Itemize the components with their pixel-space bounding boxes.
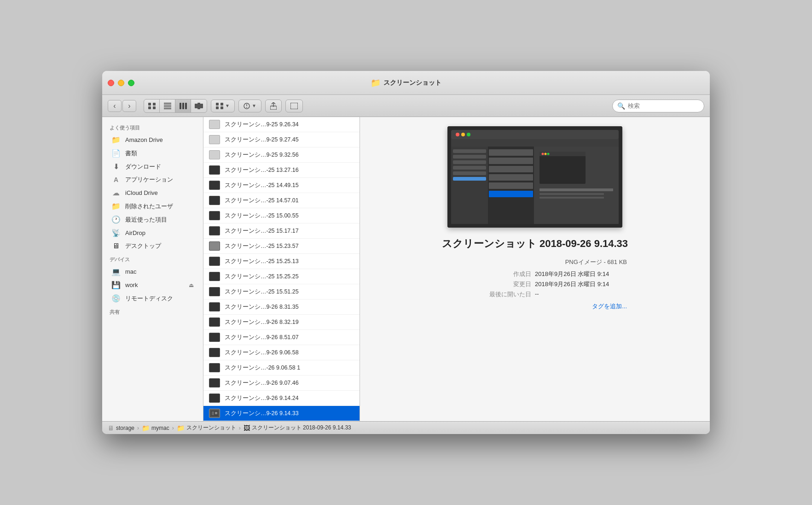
sidebar-item-mac[interactable]: 💻 mac — [104, 265, 201, 278]
file-item[interactable]: スクリーンシ…9-26 9.14.24 — [203, 391, 360, 406]
preview-panel: スクリーンショット 2018-09-26 9.14.33 PNGイメージ - 6… — [360, 117, 710, 421]
file-item[interactable]: スクリーンシ…9-26 8.31.35 — [203, 299, 360, 315]
file-thumbnail — [209, 196, 220, 205]
forward-button[interactable]: › — [122, 100, 136, 112]
minimize-button[interactable] — [118, 80, 124, 86]
breadcrumb-mymac-label: mymac — [151, 425, 169, 431]
sidebar-item-deleted[interactable]: 📁 削除されたユーザ — [104, 200, 201, 213]
file-item-selected[interactable]: スクリーンシ…9-26 9.14.33 — [203, 406, 360, 421]
view-mode-buttons — [144, 99, 207, 113]
sidebar: よく使う項目 📁 Amazon Drive 📄 書類 ⬇ ダウンロード A アプ… — [102, 117, 203, 421]
eject-button[interactable]: ⏏ — [189, 282, 194, 288]
preview-image — [447, 126, 622, 228]
add-tag-button[interactable]: タグを追加... — [443, 302, 627, 311]
tag-button[interactable] — [285, 100, 303, 112]
svg-rect-13 — [200, 104, 203, 108]
file-thumbnail — [209, 211, 220, 220]
search-input[interactable] — [628, 102, 699, 109]
file-item[interactable]: スクリーンシ…9-25 9.27.45 — [203, 132, 360, 147]
sidebar-item-applications[interactable]: A アプリケーション — [104, 173, 201, 186]
sidebar-item-downloads[interactable]: ⬇ ダウンロード — [104, 160, 201, 173]
sidebar-item-recent-label: 最近使った項目 — [125, 216, 167, 224]
file-item[interactable]: スクリーンシ…-25 14.49.15 — [203, 178, 360, 193]
file-item[interactable]: スクリーンシ…-25 13.27.16 — [203, 163, 360, 178]
file-item[interactable]: スクリーンシ…9-25 9.26.34 — [203, 117, 360, 132]
svg-rect-35 — [453, 155, 486, 159]
file-item[interactable]: スクリーンシ…9-26 9.06.58 — [203, 345, 360, 360]
sidebar-item-icloud[interactable]: ☁ iCloud Drive — [104, 186, 201, 200]
file-item[interactable]: スクリーンシ…-25 15.25.13 — [203, 254, 360, 269]
file-item[interactable]: スクリーンシ…9-26 8.32.19 — [203, 315, 360, 330]
maximize-button[interactable] — [128, 80, 134, 86]
sidebar-item-recent[interactable]: 🕐 最近使った項目 — [104, 213, 201, 226]
file-item[interactable]: スクリーンシ…-25 15.00.55 — [203, 208, 360, 223]
sidebar-item-desktop[interactable]: 🖥 デスクトップ — [104, 240, 201, 252]
file-name: スクリーンシ…-25 13.27.16 — [225, 166, 354, 174]
file-name: スクリーンシ…-25 15.51.25 — [225, 288, 354, 296]
file-item[interactable]: スクリーンシ…9-26 8.51.07 — [203, 330, 360, 345]
file-thumbnail — [209, 120, 220, 129]
file-item[interactable]: スクリーンシ…9-25 9.32.56 — [203, 147, 360, 163]
sidebar-item-remote[interactable]: 💿 リモートディスク — [104, 292, 201, 305]
breadcrumb-screenshots[interactable]: 📁 スクリーンショット — [177, 424, 236, 432]
file-item[interactable]: スクリーンシ…-25 15.25.25 — [203, 269, 360, 284]
svg-rect-46 — [489, 191, 533, 197]
preview-title: スクリーンショット 2018-09-26 9.14.33 — [442, 237, 628, 251]
sidebar-item-airdrop[interactable]: 📡 AirDrop — [104, 226, 201, 240]
svg-point-30 — [461, 133, 465, 136]
file-item[interactable]: スクリーンシ…-25 15.23.57 — [203, 239, 360, 254]
svg-rect-28 — [451, 130, 619, 139]
share-button[interactable] — [265, 100, 282, 112]
file-item[interactable]: スクリーンシ…-25 15.51.25 — [203, 284, 360, 299]
svg-rect-53 — [539, 188, 613, 191]
file-name: スクリーンシ…-25 15.17.17 — [225, 227, 354, 235]
file-name: スクリーンシ…9-26 9.14.33 — [225, 410, 354, 417]
airdrop-icon: 📡 — [111, 229, 121, 237]
file-item[interactable]: スクリーンシ…9-26 9.07.46 — [203, 376, 360, 391]
sidebar-item-work[interactable]: 💾 work ⏏ — [104, 278, 201, 292]
close-button[interactable] — [108, 80, 114, 86]
file-thumbnail — [209, 393, 220, 403]
file-thumbnail — [209, 257, 220, 266]
svg-rect-9 — [182, 103, 184, 109]
opened-label: 最後に開いた日 — [489, 290, 531, 299]
file-item[interactable]: スクリーンシ…-25 14.57.01 — [203, 193, 360, 208]
breadcrumb-file[interactable]: 🖼 スクリーンショット 2018-09-26 9.14.33 — [244, 424, 351, 432]
svg-rect-45 — [489, 182, 533, 189]
opened-value: -- — [535, 290, 627, 299]
breadcrumb-storage[interactable]: 🖥 storage — [108, 424, 134, 432]
file-item[interactable]: スクリーンシ…-25 15.17.17 — [203, 223, 360, 239]
sidebar-item-amazon-drive[interactable]: 📁 Amazon Drive — [104, 133, 201, 147]
file-name: スクリーンシ…-25 14.49.15 — [225, 182, 354, 189]
search-box[interactable]: 🔍 — [612, 100, 704, 112]
view-list-button[interactable] — [160, 100, 175, 112]
file-name: スクリーンシ…-26 9.06.58 1 — [225, 364, 354, 372]
group-button[interactable]: ▼ — [211, 100, 235, 112]
file-thumbnail — [209, 241, 220, 251]
file-list: スクリーンシ…9-25 9.26.34 スクリーンシ…9-25 9.27.45 … — [203, 117, 360, 421]
back-button[interactable]: ‹ — [108, 100, 122, 112]
action-button[interactable]: ▼ — [238, 100, 261, 112]
breadcrumb-storage-label: storage — [116, 425, 134, 431]
toolbar: ‹ › ▼ ▼ — [102, 95, 710, 117]
svg-point-52 — [547, 153, 550, 155]
file-thumbnail — [209, 150, 220, 159]
breadcrumb-mymac[interactable]: 📁 mymac — [142, 424, 169, 432]
file-thumbnail — [209, 181, 220, 190]
title-folder-icon: 📁 — [371, 78, 381, 88]
nav-buttons: ‹ › — [108, 100, 136, 112]
shared-section-label: 共有 — [102, 305, 203, 317]
svg-rect-37 — [453, 166, 486, 170]
file-item[interactable]: スクリーンシ…-26 9.06.58 1 — [203, 360, 360, 376]
view-column-button[interactable] — [175, 100, 191, 112]
sidebar-item-work-label: work — [125, 282, 138, 288]
svg-rect-11 — [195, 104, 197, 108]
applications-icon: A — [111, 176, 121, 183]
view-icon-button[interactable] — [144, 100, 160, 112]
svg-point-29 — [456, 133, 459, 136]
file-name: スクリーンシ…9-25 9.32.56 — [225, 151, 354, 159]
view-cover-button[interactable] — [191, 100, 207, 112]
deleted-icon: 📁 — [111, 202, 121, 211]
sidebar-item-documents[interactable]: 📄 書類 — [104, 147, 201, 160]
traffic-lights — [108, 80, 134, 86]
